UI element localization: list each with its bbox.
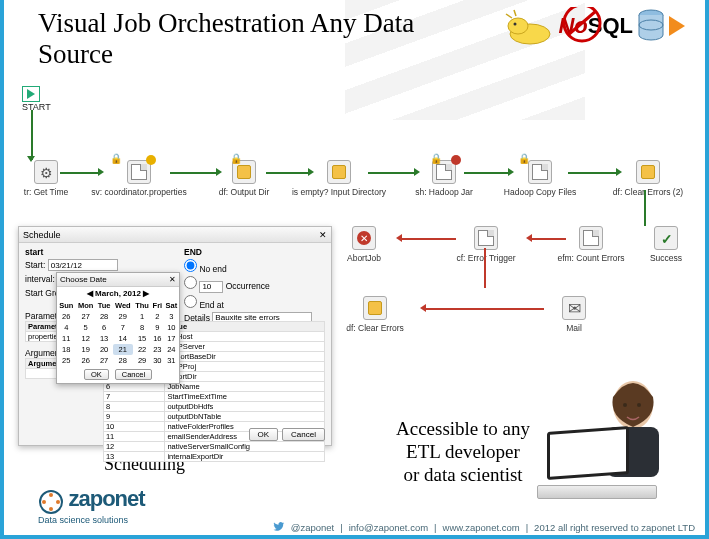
day-cell[interactable]: 22 [133,344,151,355]
arrow-left-icon [396,234,402,242]
footer-copyright: 2012 all right reserved to zaponet LTD [534,522,695,533]
folder-clear-icon [636,160,660,184]
day-cell[interactable]: 13 [96,333,113,344]
folder-check-icon [327,160,351,184]
cancel-button[interactable]: Cancel [282,428,325,441]
svg-point-1 [508,18,528,34]
workflow-node[interactable]: Success [634,226,698,263]
dialog-titlebar[interactable]: Choose Date ✕ [57,273,179,287]
day-cell[interactable]: 28 [96,311,113,322]
next-month-icon[interactable]: ▶ [143,289,149,298]
day-cell[interactable]: 26 [57,311,76,322]
day-cell[interactable]: 12 [76,333,96,344]
workflow-node[interactable]: cf: Error Trigger [444,226,528,263]
arrow-right-icon [508,168,514,176]
day-cell[interactable]: 3 [164,311,179,322]
day-cell[interactable]: 31 [164,355,179,366]
dialog-title: Schedule [23,230,61,240]
day-cell[interactable]: 20 [96,344,113,355]
day-cell[interactable]: 4 [57,322,76,333]
success-icon [654,226,678,250]
logo-mark-icon [38,489,64,515]
ok-button[interactable]: OK [249,428,279,441]
svg-line-4 [568,11,596,35]
workflow-node[interactable]: df: Clear Errors [330,296,420,333]
day-cell[interactable]: 1 [133,311,151,322]
day-cell[interactable]: 5 [76,322,96,333]
day-cell[interactable]: 15 [133,333,151,344]
cancel-button[interactable]: Cancel [115,369,152,380]
arrow-right-icon [216,168,222,176]
day-cell[interactable]: 30 [151,355,164,366]
badge-icon [451,155,461,165]
start-node: START [22,86,51,112]
workflow-node[interactable]: tr: Get Time [6,160,86,197]
day-cell[interactable]: 8 [133,322,151,333]
workflow-node[interactable]: 🔒 sh: Hadoop Jar [404,160,484,197]
workflow-node[interactable]: 🔒 sv: coordinator.properties [84,160,194,197]
table-row[interactable]: 13internalExportDir [103,452,324,462]
table-row[interactable]: 8outputDbHdfs [103,402,324,412]
radio-noend[interactable]: No end [184,259,325,274]
close-icon[interactable]: ✕ [169,275,176,284]
radio-endat[interactable]: End at [184,295,325,310]
svg-point-13 [49,493,53,497]
connector [464,172,510,174]
day-cell[interactable]: 29 [133,355,151,366]
start-date-input[interactable] [48,259,118,271]
day-cell[interactable]: 26 [76,355,96,366]
connector [31,110,33,160]
dialog-titlebar[interactable]: Schedule ✕ [19,227,331,243]
day-cell[interactable]: 7 [113,322,134,333]
day-cell[interactable]: 2 [151,311,164,322]
hadoop-icon [500,6,554,46]
lock-icon: 🔒 [518,153,530,164]
workflow-node[interactable]: 🔒 Hadoop Copy Files [492,160,588,197]
connector [568,172,618,174]
svg-point-2 [514,23,517,26]
table-row[interactable]: 7StartTimeExtTime [103,392,324,402]
datasource-badges: NoSQL [500,6,685,46]
prev-month-icon[interactable]: ◀ [87,289,93,298]
workflow-node[interactable]: df: Clear Errors (2) [600,160,696,197]
day-cell[interactable]: 27 [96,355,113,366]
day-cell[interactable]: 6 [96,322,113,333]
day-cell[interactable]: 19 [76,344,96,355]
workflow-node[interactable]: 🔒 df: Output Dir [204,160,284,197]
footer-twitter[interactable]: @zaponet [291,522,334,533]
day-cell[interactable]: 23 [151,344,164,355]
ok-button[interactable]: OK [84,369,109,380]
svg-point-14 [56,500,60,504]
count-input[interactable] [199,281,223,293]
day-cell-selected[interactable]: 21 [113,344,134,355]
day-cell[interactable]: 29 [113,311,134,322]
workflow-node[interactable]: AbortJob [332,226,396,263]
day-cell[interactable]: 17 [164,333,179,344]
table-row[interactable]: 9outputDbNTable [103,412,324,422]
lock-icon: 🔒 [430,153,442,164]
day-cell[interactable]: 24 [164,344,179,355]
folder-clear-icon [363,296,387,320]
trigger-icon [474,226,498,250]
svg-point-15 [49,507,53,511]
day-cell[interactable]: 9 [151,322,164,333]
day-cell[interactable]: 16 [151,333,164,344]
connector [368,172,416,174]
footer-web[interactable]: www.zaponet.com [443,522,520,533]
day-cell[interactable]: 28 [113,355,134,366]
day-cell[interactable]: 25 [57,355,76,366]
close-icon[interactable]: ✕ [319,230,327,240]
day-cell[interactable]: 11 [57,333,76,344]
day-cell[interactable]: 18 [57,344,76,355]
workflow-node[interactable]: efm: Count Errors [546,226,636,263]
zaponet-logo: zaponet Data science solutions [38,486,145,525]
workflow-node[interactable]: Mail [550,296,598,333]
workflow-node[interactable]: is empty? Input Directory [284,160,394,197]
radio-count[interactable]: Occurrence [184,276,325,293]
day-cell[interactable]: 14 [113,333,134,344]
connector-error [484,248,486,288]
day-cell[interactable]: 27 [76,311,96,322]
footer-email[interactable]: info@zaponet.com [349,522,428,533]
day-cell[interactable]: 10 [164,322,179,333]
table-row[interactable]: 12nativeServerSmallConfig [103,442,324,452]
